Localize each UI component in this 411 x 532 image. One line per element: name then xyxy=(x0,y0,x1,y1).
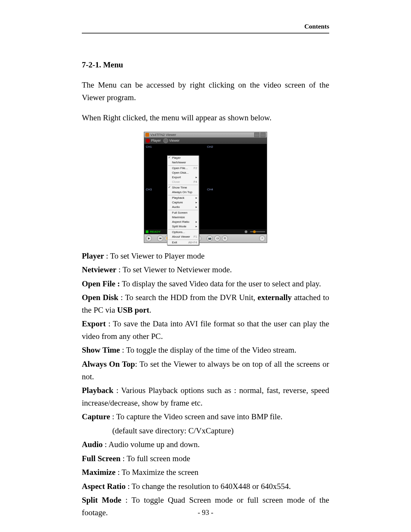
app-icon xyxy=(145,133,149,137)
close-button[interactable] xyxy=(260,133,266,137)
section-name: -2-1. Menu xyxy=(86,60,123,69)
page-number: - 93 - xyxy=(0,508,411,517)
menu-item-full-screen[interactable]: Full Screen xyxy=(167,211,199,215)
def-export: Export : To save the Data into AVI file … xyxy=(82,318,329,342)
menu-item-open-file[interactable]: Open File...F2 xyxy=(167,166,199,171)
status-text: READY xyxy=(150,230,161,233)
window-titlebar: Vx4TFN2 Viewer xyxy=(144,132,267,137)
ch4-label: CH4 xyxy=(207,188,213,191)
def-full-screen: Full Screen : To full screen mode xyxy=(82,452,329,465)
menu-item-audio[interactable]: Audio xyxy=(167,205,199,209)
def-always-on-top: Always On Top: To set the Viewer to alwa… xyxy=(82,358,329,383)
toolbar-viewer-label: Viewer xyxy=(169,139,180,142)
paragraph-1: The Menu can be accessed by right clicki… xyxy=(82,79,329,104)
menu-item-capture[interactable]: Capture xyxy=(167,200,199,205)
menu-separator xyxy=(168,165,198,166)
menu-separator xyxy=(168,229,198,230)
toolbar-player-label: Player xyxy=(151,139,161,142)
playback-controls: ▶ ⏮ ⏪ ◀ ▶ ⏩ ⏭ 📷 🗂 ⊞ ≡ xyxy=(144,234,267,243)
video-cell-ch2[interactable]: CH2 xyxy=(206,144,267,187)
volume-icon xyxy=(245,230,247,233)
ch3-label: CH3 xyxy=(146,188,152,191)
section-title: 7-2-1. Menu xyxy=(82,60,329,70)
def-aspect-ratio: Aspect Ratio : To change the resolution … xyxy=(82,480,329,493)
viewer-window: Vx4TFN2 Viewer Player Viewer xyxy=(144,132,267,243)
document-page: Contents 7-2-1. Menu The Menu can be acc… xyxy=(0,0,411,532)
menu-item-playback[interactable]: Playback xyxy=(167,196,199,200)
def-capture-note: (default save directory: C/VxCapture) xyxy=(82,425,329,437)
def-playback: Playback : Various Playback options such… xyxy=(82,384,329,409)
menu-item-always-on-top[interactable]: Always On Top xyxy=(167,190,199,195)
def-open-disk: Open Disk : To search the HDD from the D… xyxy=(82,291,329,316)
ch2-label: CH2 xyxy=(207,145,213,149)
header-contents-link[interactable]: Contents xyxy=(82,23,329,30)
status-bar: READY xyxy=(144,229,267,234)
def-player: Player : To set Viewer to Player mode xyxy=(82,250,329,262)
menu-item-exit[interactable]: ExitAlt+F4 xyxy=(167,240,199,245)
menu-item-player[interactable]: Player xyxy=(167,156,199,160)
menu-separator xyxy=(168,185,198,185)
settings-button[interactable]: ≡ xyxy=(259,235,265,241)
calendar-button[interactable]: 🗂 xyxy=(214,235,220,241)
play-button[interactable]: ▶ xyxy=(146,235,152,241)
volume-slider[interactable] xyxy=(250,231,265,232)
video-grid[interactable]: CH1 CH2 CH3 CH4 Player NetViewer xyxy=(144,144,267,229)
skip-start-button[interactable]: ⏮ xyxy=(157,235,163,241)
definitions-list: Player : To set Viewer to Player mode Ne… xyxy=(82,250,329,519)
window-title: Vx4TFN2 Viewer xyxy=(150,133,176,137)
def-netviewer: Netviewer : To set Viewer to Netviewer m… xyxy=(82,264,329,276)
menu-item-aspect-ratio[interactable]: Aspect Ratio xyxy=(167,220,199,224)
menu-item-open-disk[interactable]: Open Disk... xyxy=(167,171,199,175)
menu-item-about[interactable]: About ViewerF1 xyxy=(167,235,199,239)
paragraph-2: When Right clicked, the menu will appear… xyxy=(82,112,329,124)
def-show-time: Show Time : To toggle the display of the… xyxy=(82,344,329,356)
def-open-file: Open File : To display the saved Video d… xyxy=(82,278,329,290)
menu-item-export[interactable]: Export xyxy=(167,175,199,180)
menu-item-split-mode[interactable]: Split Mode xyxy=(167,224,199,229)
menu-item-options[interactable]: Options... xyxy=(167,230,199,235)
video-placeholder xyxy=(221,160,252,169)
status-indicator-icon xyxy=(146,230,148,233)
menu-item-maximize[interactable]: Maximize xyxy=(167,215,199,220)
toolbar-player-button[interactable]: Player xyxy=(146,139,161,143)
def-maximize: Maximize : To Maximize the screen xyxy=(82,466,329,479)
section-number: 7 xyxy=(82,60,86,69)
context-menu: Player NetViewer Open File...F2 Open Dis… xyxy=(167,155,199,245)
viewer-icon xyxy=(163,138,168,143)
menu-item-close: CloseF4 xyxy=(167,180,199,184)
figure-viewer-screenshot: Vx4TFN2 Viewer Player Viewer xyxy=(82,132,329,243)
record-icon xyxy=(146,139,150,143)
menu-separator xyxy=(168,195,198,195)
viewer-toolbar: Player Viewer xyxy=(144,137,267,144)
video-cell-ch4[interactable]: CH4 xyxy=(206,187,267,229)
menu-item-show-time[interactable]: Show Time xyxy=(167,185,199,190)
menu-separator xyxy=(168,210,198,210)
menu-item-netviewer[interactable]: NetViewer xyxy=(167,160,199,165)
capture-button[interactable]: 📷 xyxy=(207,235,213,241)
def-capture: Capture : To capture the Video screen an… xyxy=(82,411,329,423)
def-audio: Audio : Audio volume up and down. xyxy=(82,438,329,451)
video-placeholder xyxy=(221,203,252,211)
menu-separator xyxy=(168,240,198,240)
split-button[interactable]: ⊞ xyxy=(222,235,228,241)
toolbar-viewer-button[interactable]: Viewer xyxy=(163,138,180,143)
minimize-button[interactable] xyxy=(254,133,260,137)
ch1-label: CH1 xyxy=(146,145,152,149)
header-divider xyxy=(82,33,329,34)
